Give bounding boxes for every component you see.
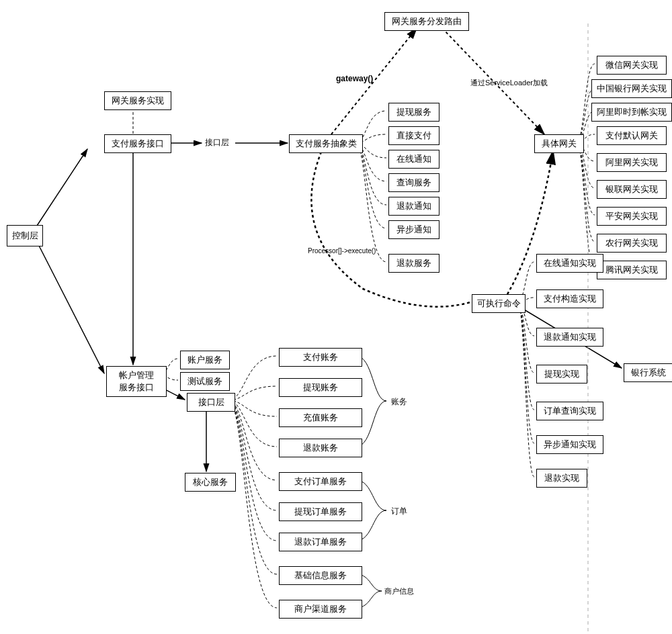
node-acct-mgmt-if: 帐户管理 服务接口	[106, 366, 167, 397]
node-pay-abstract: 支付服务抽象类	[289, 134, 363, 153]
label: 控制层	[12, 230, 38, 242]
node-exec-pay-build: 支付构造实现	[536, 289, 603, 308]
label: 商户渠道服务	[294, 603, 347, 615]
label: 可执行命令	[477, 298, 521, 310]
node-pay-order-svc: 支付订单服务	[279, 472, 362, 491]
label: 农行网关实现	[605, 237, 658, 249]
label: 接口层	[198, 396, 224, 408]
label: 具体网关	[542, 138, 577, 150]
node-merchant-channel-svc: 商户渠道服务	[279, 600, 362, 619]
edge-label-gateway0: gateway()	[336, 74, 373, 83]
node-gw-ali-instant: 阿里即时到帐实现	[591, 103, 672, 122]
label: 账户服务	[187, 354, 222, 366]
edge-label-svc-loader: 通过ServiceLoader加载	[470, 78, 548, 88]
label: 网关服务实现	[112, 95, 164, 107]
node-basic-info-svc: 基础信息服务	[279, 566, 362, 585]
label: 网关服务分发路由	[392, 15, 462, 28]
node-refund-svc: 退款服务	[388, 254, 439, 273]
label: 订单查询实现	[544, 405, 596, 417]
label: 查询服务	[396, 177, 431, 189]
label: 腾讯网关实现	[605, 264, 658, 276]
node-interface-layer2: 接口层	[187, 393, 235, 412]
label: 微信网关实现	[605, 59, 658, 71]
label: 支付账务	[303, 351, 338, 363]
node-online-notify: 在线通知	[388, 150, 439, 169]
node-gw-boc: 中国银行网关实现	[591, 79, 672, 98]
node-query-svc: 查询服务	[388, 173, 439, 192]
label: 支付服务接口	[112, 138, 164, 150]
node-refund-acct: 退款账务	[279, 439, 362, 457]
node-gw-union: 银联网关实现	[597, 180, 667, 199]
label: 核心服务	[193, 476, 228, 488]
node-test-svc: 测试服务	[180, 372, 230, 391]
label: 在线通知实现	[544, 257, 596, 269]
node-pay-service-if: 支付服务接口	[104, 134, 171, 153]
label: 测试服务	[187, 375, 222, 388]
node-async-notify: 异步通知	[388, 220, 439, 239]
label: 直接支付	[396, 130, 431, 142]
node-gateway-dispatch: 网关服务分发路由	[384, 12, 469, 31]
node-bank-system: 银行系统	[624, 363, 672, 382]
node-gw-ali: 阿里网关实现	[597, 153, 667, 172]
label: 提现订单服务	[294, 506, 347, 518]
node-concrete-gw: 具体网关	[534, 134, 584, 153]
node-executable-cmd: 可执行命令	[472, 294, 526, 313]
node-core-svc: 核心服务	[185, 473, 236, 492]
node-exec-online-notify: 在线通知实现	[536, 254, 603, 273]
node-withdraw-order-svc: 提现订单服务	[279, 502, 362, 521]
group-label-orders: 订单	[391, 506, 407, 517]
label: 帐户管理 服务接口	[119, 369, 154, 394]
label-interface-layer1: 接口层	[205, 137, 229, 148]
label: 平安网关实现	[605, 210, 658, 222]
node-control-layer: 控制层	[7, 225, 43, 246]
node-refund-notify: 退款通知	[388, 197, 439, 216]
label: 在线通知	[396, 153, 431, 165]
node-exec-refund-notify: 退款通知实现	[536, 328, 603, 347]
label: 退款通知	[396, 200, 431, 212]
svg-line-0	[37, 149, 87, 226]
node-refund-order-svc: 退款订单服务	[279, 533, 362, 551]
label: 退款实现	[544, 472, 579, 484]
node-gw-wechat: 微信网关实现	[597, 56, 667, 75]
node-acct-svc: 账户服务	[180, 351, 230, 369]
label: 提现服务	[396, 106, 431, 118]
label: 充值账务	[303, 412, 338, 424]
group-label-accounts: 账务	[391, 396, 407, 408]
node-gw-pingan: 平安网关实现	[597, 207, 667, 226]
edge-label-processor: Processor[]->execute()	[308, 247, 376, 255]
node-withdraw-acct: 提现账务	[279, 378, 362, 397]
label: 支付构造实现	[544, 293, 596, 305]
label: 支付订单服务	[294, 476, 347, 488]
group-label-merchant-info: 商户信息	[384, 586, 414, 596]
label: 异步通知实现	[544, 439, 596, 451]
node-gw-paydefault: 支付默认网关	[597, 126, 667, 145]
label: 阿里网关实现	[605, 156, 658, 169]
node-exec-refund: 退款实现	[536, 469, 587, 488]
label: 中国银行网关实现	[597, 83, 667, 95]
node-gw-tencent: 腾讯网关实现	[597, 261, 667, 279]
svg-line-1	[37, 242, 104, 373]
label: 基础信息服务	[294, 570, 347, 582]
label: 银联网关实现	[605, 183, 658, 195]
label: 退款服务	[396, 257, 431, 269]
diagram-canvas: 控制层 网关服务实现 支付服务接口 接口层 支付服务抽象类 网关服务分发路由 提…	[0, 0, 672, 634]
label: 阿里即时到帐实现	[597, 106, 667, 118]
node-gateway-impl: 网关服务实现	[104, 91, 171, 110]
label: 支付默认网关	[605, 130, 658, 142]
label: 提现账务	[303, 381, 338, 394]
label: 异步通知	[396, 224, 431, 236]
label: 银行系统	[631, 367, 666, 379]
node-gw-abc: 农行网关实现	[597, 234, 667, 253]
node-direct-pay: 直接支付	[388, 126, 439, 145]
label: 退款账务	[303, 442, 338, 454]
node-exec-withdraw: 提现实现	[536, 365, 587, 383]
label: 退款订单服务	[294, 536, 347, 548]
node-exec-order-query: 订单查询实现	[536, 402, 603, 420]
node-withdraw-svc: 提现服务	[388, 103, 439, 122]
label: 支付服务抽象类	[296, 138, 357, 150]
label: 退款通知实现	[544, 331, 596, 343]
node-pay-acct: 支付账务	[279, 348, 362, 367]
label: 提现实现	[544, 368, 579, 380]
node-exec-async-notify: 异步通知实现	[536, 435, 603, 454]
node-recharge-acct: 充值账务	[279, 408, 362, 427]
